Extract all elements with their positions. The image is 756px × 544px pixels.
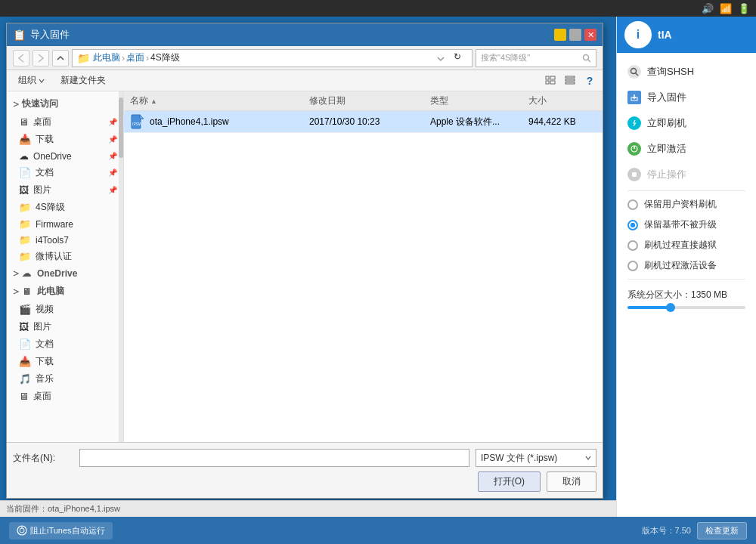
option-keep-data[interactable]: 保留用户资料刷机 [617, 194, 756, 215]
block-itunes-button[interactable]: 阻止iTunes自动运行 [9, 522, 113, 539]
radio-activate[interactable] [627, 261, 638, 271]
up-button[interactable] [52, 50, 69, 66]
help-button[interactable]: ? [583, 74, 596, 88]
cancel-button[interactable]: 取消 [547, 471, 596, 492]
folder-4s-label: 4S降级 [36, 201, 65, 214]
stop-operation-button[interactable]: 停止操作 [617, 162, 756, 187]
nav-item-documents-pc[interactable]: 📄 文档 [7, 335, 123, 353]
nav-scrollbar-thumb[interactable] [119, 97, 123, 158]
radio-keep-baseband[interactable] [627, 220, 638, 230]
breadcrumb-pc[interactable]: 此电脑 [93, 51, 120, 64]
filetype-label: IPSW 文件 (*.ipsw) [481, 452, 557, 465]
organize-button[interactable]: 组织 [13, 72, 50, 89]
refresh-button[interactable]: ↻ [454, 51, 467, 65]
close-button[interactable]: ✕ [584, 29, 596, 41]
open-button[interactable]: 打开(O) [478, 471, 541, 492]
nav-item-i4tools[interactable]: 📁 i4Tools7 [7, 232, 123, 248]
activate-now-button[interactable]: 立即激活 [617, 136, 756, 162]
filename-input[interactable] [79, 449, 469, 467]
filetype-select[interactable]: IPSW 文件 (*.ipsw) [476, 449, 596, 467]
folder-firmware-icon: 📁 [19, 218, 31, 230]
nav-item-pictures-pin[interactable]: 🖼 图片 📌 [7, 181, 123, 199]
nav-item-downloads[interactable]: 📥 下载 📌 [7, 131, 123, 148]
this-pc-header[interactable]: 🖥 此电脑 [7, 282, 123, 301]
search-placeholder: 搜索"4S降级" [481, 52, 530, 63]
pictures-pin-icon: 🖼 [19, 184, 29, 196]
file-item-ota[interactable]: IPSW ota_iPhone4,1.ipsw 2017/10/30 10:23… [124, 111, 603, 133]
nav-item-videos[interactable]: 🎬 视频 [7, 301, 123, 318]
quick-access-header[interactable]: 快速访问 [7, 94, 123, 113]
view-toggle-button-1[interactable] [544, 74, 557, 88]
option-jailbreak-flash[interactable]: 刷机过程直接越狱 [617, 235, 756, 255]
file-list-header: 名称 ▲ 修改日期 类型 大小 [124, 91, 603, 111]
back-button[interactable] [13, 50, 29, 66]
query-shsh-button[interactable]: 查询SHSH [617, 59, 756, 85]
dialog-body: 快速访问 🖥 桌面 📌 📥 下载 📌 ☁ OneDrive 📌 [7, 91, 603, 442]
folder-weibo-label: 微博认证 [36, 250, 72, 263]
dialog-buttons-row: 打开(O) 取消 [13, 471, 596, 492]
file-name: ota_iPhone4,1.ipsw [150, 116, 229, 127]
system-bar-icon-1: 🔊 [702, 3, 714, 14]
filename-label: 文件名(N): [13, 452, 73, 465]
sidebar-logo: i [624, 21, 652, 48]
address-dropdown-button[interactable] [437, 53, 448, 63]
downloads-icon: 📥 [19, 134, 31, 145]
nav-item-music-pc[interactable]: 🎵 音乐 [7, 370, 123, 388]
import-firmware-button[interactable]: 导入固件 [617, 85, 756, 110]
query-shsh-label: 查询SHSH [647, 65, 694, 79]
option-activate-flash[interactable]: 刷机过程激活设备 [617, 255, 756, 276]
nav-item-firmware[interactable]: 📁 Firmware [7, 216, 123, 232]
maximize-button[interactable] [569, 29, 581, 41]
filename-row: 文件名(N): IPSW 文件 (*.ipsw) [13, 449, 596, 467]
folder-weibo-icon: 📁 [19, 251, 31, 262]
option-keep-baseband-label: 保留基带不被升级 [644, 218, 717, 231]
nav-item-documents-pin[interactable]: 📄 文档 📌 [7, 164, 123, 181]
nav-item-desktop[interactable]: 🖥 桌面 📌 [7, 113, 123, 131]
option-keep-data-label: 保留用户资料刷机 [644, 198, 717, 211]
slider-thumb[interactable] [666, 303, 675, 312]
dialog-area: 📋 导入固件 ✕ 📁 此电脑 [0, 17, 616, 514]
quick-access-expand-icon [13, 101, 19, 107]
app-bottom-bar: 阻止iTunes自动运行 版本号：7.50 检查更新 [0, 517, 756, 544]
nav-item-weibo[interactable]: 📁 微博认证 [7, 248, 123, 265]
this-pc-label: 此电脑 [37, 285, 64, 298]
check-update-button[interactable]: 检查更新 [697, 522, 747, 539]
pin-icon-pictures: 📌 [108, 186, 117, 194]
file-size: 944,422 KB [528, 116, 596, 127]
radio-jailbreak[interactable] [627, 240, 638, 251]
search-box[interactable]: 搜索"4S降级" [476, 49, 596, 67]
help-icon: ? [587, 75, 593, 87]
minimize-button[interactable] [554, 29, 566, 41]
desktop-icon: 🖥 [19, 116, 29, 128]
file-modified: 2017/10/30 10:23 [309, 116, 430, 127]
videos-label: 视频 [36, 303, 54, 316]
option-keep-baseband[interactable]: 保留基带不被升级 [617, 215, 756, 235]
nav-item-pictures-pc[interactable]: 🖼 图片 [7, 318, 123, 335]
breadcrumb-desktop[interactable]: 桌面 [126, 51, 144, 64]
system-size-slider-container[interactable] [617, 304, 756, 315]
col-header-size[interactable]: 大小 [528, 94, 596, 107]
nav-item-onedrive-pin[interactable]: ☁ OneDrive 📌 [7, 148, 123, 164]
col-header-type[interactable]: 类型 [430, 94, 528, 107]
col-header-name[interactable]: 名称 ▲ [130, 94, 309, 107]
nav-item-downloads-pc[interactable]: 📥 下载 [7, 353, 123, 370]
new-folder-label: 新建文件夹 [60, 75, 106, 85]
nav-item-desktop-pc[interactable]: 🖥 桌面 [7, 388, 123, 405]
file-list-panel: 名称 ▲ 修改日期 类型 大小 [124, 91, 603, 442]
flash-now-button[interactable]: 立即刷机 [617, 110, 756, 136]
organize-label: 组织 [18, 74, 36, 87]
view-detail-icon [565, 76, 575, 86]
breadcrumb-current: 4S降级 [150, 51, 180, 64]
col-header-modified[interactable]: 修改日期 [309, 94, 430, 107]
forward-button[interactable] [33, 50, 49, 66]
onedrive-header[interactable]: ☁ OneDrive [7, 265, 123, 282]
new-folder-button[interactable]: 新建文件夹 [56, 73, 110, 88]
radio-keep-data[interactable] [627, 199, 638, 210]
nav-item-4sdemo[interactable]: 📁 4S降级 [7, 199, 123, 216]
flash-icon [627, 116, 641, 130]
view-toggle-button-2[interactable] [563, 74, 577, 88]
desktop-label: 桌面 [33, 116, 51, 128]
flash-now-label: 立即刷机 [647, 116, 686, 130]
svg-rect-6 [632, 172, 637, 177]
system-bar-icon-2: 📶 [720, 3, 732, 14]
